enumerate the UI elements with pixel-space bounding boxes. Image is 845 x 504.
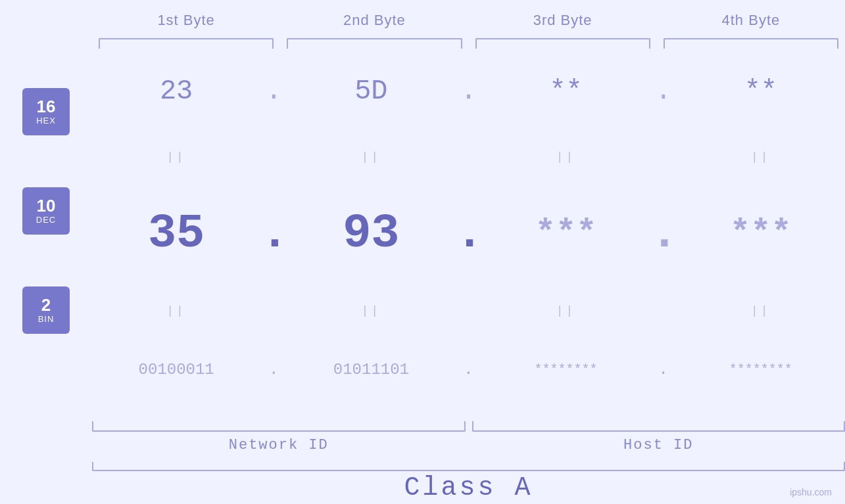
- dec-sep-2: .: [456, 207, 482, 261]
- bin-sep-1: .: [260, 361, 287, 378]
- hex-sep-3: .: [650, 76, 677, 107]
- dec-row: 35 . 93 . *** . ***: [92, 207, 845, 261]
- dec-sep-3: .: [650, 207, 677, 261]
- full-bracket: [92, 462, 845, 471]
- bin-val-3: ********: [482, 362, 650, 377]
- pipe-2-4: ||: [677, 304, 845, 317]
- dec-badge-number: 10: [37, 196, 56, 216]
- content-area: 16 HEX 10 DEC 2 BIN 23 . 5D . ** . **: [0, 55, 845, 412]
- bin-badge: 2 BIN: [22, 286, 70, 334]
- pipe-1-4: ||: [677, 150, 845, 164]
- hex-val-4: **: [677, 76, 845, 107]
- byte-header-2: 2nd Byte: [280, 12, 468, 29]
- dec-sep-1: .: [260, 207, 287, 261]
- pipe-2-3: ||: [482, 304, 650, 317]
- id-labels-row: Network ID Host ID: [92, 432, 845, 458]
- class-label: Class A: [404, 473, 533, 503]
- bin-sep-3: .: [650, 361, 677, 378]
- bin-val-1: 00100011: [92, 361, 260, 378]
- hex-badge-number: 16: [37, 97, 56, 116]
- bin-val-4: ********: [677, 362, 845, 377]
- bin-val-2: 01011101: [287, 361, 455, 378]
- dec-val-3: ***: [482, 214, 650, 253]
- dec-val-4: ***: [677, 214, 845, 253]
- pipe-2-1: ||: [92, 304, 260, 317]
- network-id-label: Network ID: [92, 437, 466, 453]
- bin-sep-2: .: [456, 361, 482, 378]
- dec-badge: 10 DEC: [22, 187, 70, 235]
- dec-val-2: 93: [287, 207, 455, 261]
- hex-sep-2: .: [456, 76, 482, 107]
- main-container: 1st Byte 2nd Byte 3rd Byte 4th Byte 16 H…: [0, 0, 845, 504]
- pipe-1-3: ||: [482, 150, 650, 164]
- class-row: Class A: [92, 471, 845, 504]
- bracket-4: [664, 38, 838, 49]
- pipe-row-2: || || || ||: [92, 301, 845, 321]
- bin-row: 00100011 . 01011101 . ******** . *******…: [92, 361, 845, 378]
- dec-val-1: 35: [92, 207, 260, 261]
- bracket-3: [475, 38, 650, 49]
- bottom-section: Network ID Host ID Class A: [92, 412, 845, 504]
- hex-sep-1: .: [260, 76, 287, 107]
- dec-badge-label: DEC: [36, 215, 56, 225]
- watermark: ipshu.com: [790, 487, 832, 497]
- network-bracket: [92, 421, 466, 432]
- byte-header-1: 1st Byte: [92, 12, 280, 29]
- pipe-2-2: ||: [287, 304, 455, 317]
- hex-val-3: **: [482, 76, 650, 107]
- hex-val-1: 23: [92, 76, 260, 107]
- bin-badge-number: 2: [41, 296, 51, 315]
- full-bracket-row: [92, 458, 845, 471]
- bracket-1: [99, 38, 274, 49]
- host-id-label: Host ID: [472, 437, 846, 453]
- rows-container: 23 . 5D . ** . ** || || || || 35: [92, 55, 845, 412]
- pipe-1-2: ||: [287, 150, 455, 164]
- id-brackets-row: [92, 412, 845, 432]
- top-brackets: [92, 29, 845, 49]
- byte-header-3: 3rd Byte: [469, 12, 657, 29]
- bracket-2: [287, 38, 462, 49]
- pipe-1-1: ||: [92, 150, 260, 164]
- hex-row: 23 . 5D . ** . **: [92, 76, 845, 107]
- byte-header-4: 4th Byte: [657, 12, 845, 29]
- hex-val-2: 5D: [287, 76, 455, 107]
- host-bracket: [472, 421, 846, 432]
- badges-column: 16 HEX 10 DEC 2 BIN: [0, 55, 92, 412]
- hex-badge: 16 HEX: [22, 88, 70, 135]
- pipe-row-1: || || || ||: [92, 147, 845, 167]
- bin-badge-label: BIN: [38, 314, 55, 324]
- hex-badge-label: HEX: [36, 116, 56, 126]
- byte-header-row: 1st Byte 2nd Byte 3rd Byte 4th Byte: [92, 0, 845, 29]
